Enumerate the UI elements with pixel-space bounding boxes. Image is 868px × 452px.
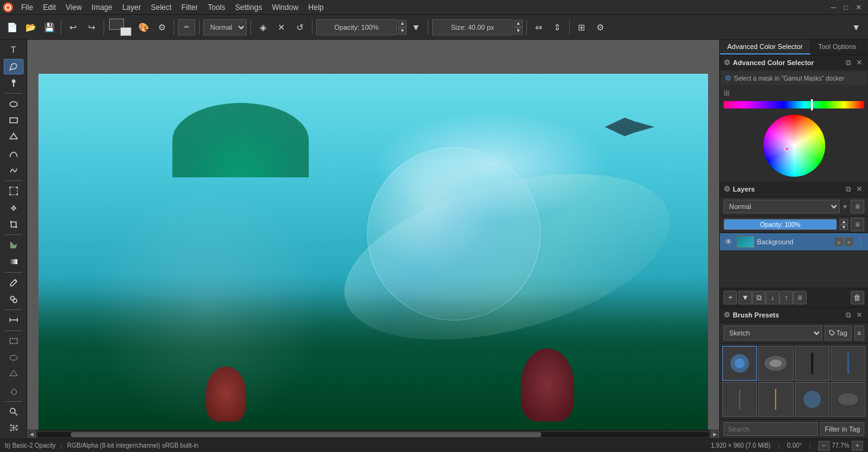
color-settings-btn[interactable]: ⚙ (154, 19, 170, 35)
freehand-path-btn[interactable] (4, 162, 24, 178)
open-file-btn[interactable]: 📂 (22, 19, 38, 35)
add-layer-dropdown-btn[interactable]: ▼ (738, 291, 752, 304)
layers-float-icon[interactable]: ⧉ (843, 184, 853, 194)
artwork-canvas[interactable] (38, 74, 708, 430)
menu-filter[interactable]: Filter (177, 2, 203, 13)
text-tool-btn[interactable]: T (4, 42, 24, 58)
zoom-in-btn[interactable]: + (852, 441, 863, 451)
select-ellipse-btn[interactable] (4, 350, 24, 365)
scroll-right-btn[interactable]: ▶ (711, 430, 719, 439)
menu-image[interactable]: Image (87, 2, 117, 13)
acs-close-icon[interactable]: ✕ (854, 58, 864, 68)
layers-opacity-down-btn[interactable]: ▼ (839, 224, 848, 230)
brush-settings-icon[interactable]: ⚙ (724, 311, 730, 319)
scroll-left-btn[interactable]: ◀ (27, 430, 36, 439)
menu-help[interactable]: Help (303, 2, 329, 13)
transform-tool-btn[interactable] (4, 184, 24, 199)
canvas-area[interactable] (27, 40, 719, 430)
add-layer-btn[interactable]: + (724, 291, 737, 304)
zoom-out-btn[interactable]: − (818, 441, 830, 451)
mirror-horizontal-btn[interactable]: ⇔ (531, 19, 547, 35)
layers-opacity-up-btn[interactable]: ▲ (839, 219, 848, 224)
brush-filter-in-tag-btn[interactable]: Filter in Tag (820, 422, 864, 436)
measure-tool-btn[interactable] (4, 312, 24, 328)
delete-layer-btn[interactable]: 🗑 (851, 291, 864, 304)
new-file-btn[interactable]: 📄 (4, 19, 20, 35)
brush-item-7[interactable] (795, 382, 830, 417)
menu-select[interactable]: Select (146, 2, 176, 13)
horizontal-scrollbar[interactable]: ◀ ▶ (27, 430, 719, 438)
brush-item-4[interactable] (831, 346, 866, 381)
menu-layer[interactable]: Layer (117, 2, 146, 13)
brush-float-icon[interactable]: ⧉ (843, 310, 853, 320)
layers-menu-btn[interactable]: ≡ (851, 218, 864, 231)
rect-tool-btn[interactable] (4, 113, 24, 128)
pan-tool-btn[interactable] (4, 420, 24, 436)
layers-close-icon[interactable]: ✕ (854, 184, 864, 194)
reset-alpha-btn[interactable]: ◈ (255, 19, 271, 35)
layer-properties-btn[interactable]: ≡ (793, 291, 807, 304)
blend-mode-select[interactable]: Normal (203, 19, 247, 35)
brush-item-5[interactable] (722, 382, 757, 417)
save-file-btn[interactable]: 💾 (41, 19, 57, 35)
zoom-tool-btn[interactable] (4, 404, 24, 419)
acs-grid-icon[interactable]: ⊞ (724, 89, 730, 97)
size-up-btn[interactable]: ▲ (514, 20, 523, 27)
window-close-icon[interactable]: ✕ (852, 3, 866, 12)
menu-file[interactable]: File (16, 2, 38, 13)
brush-tool-btn[interactable] (4, 76, 24, 91)
move-layer-up-btn[interactable]: ↑ (779, 291, 793, 304)
canvas-resize-btn[interactable]: ⊞ (574, 19, 590, 35)
fill-tool-btn[interactable] (4, 237, 24, 253)
brush-preset-indicator[interactable]: ✏ (178, 19, 195, 35)
move-tool-btn[interactable]: ✥ (4, 200, 24, 216)
layer-more-icon[interactable]: ⋮ (857, 237, 864, 246)
mirror-vertical-btn[interactable]: ⇕ (549, 19, 565, 35)
tab-advanced-color-selector[interactable]: Advanced Color Selector (720, 40, 811, 55)
menu-window[interactable]: Window (267, 2, 304, 13)
layers-blend-mode-select[interactable]: Normal (724, 200, 839, 213)
acs-float-icon[interactable]: ⧉ (843, 58, 853, 68)
brush-item-1[interactable] (722, 346, 757, 381)
select-poly-btn[interactable] (4, 366, 24, 382)
layer-row-background[interactable]: 👁 Background p a ⋮ (720, 233, 868, 251)
color-history-btn[interactable]: 🎨 (135, 19, 151, 35)
min-docker-btn[interactable]: ▼ (848, 19, 864, 35)
acs-info-icon[interactable]: ⚙ (725, 74, 732, 82)
menu-tools[interactable]: Tools (203, 2, 230, 13)
move-layer-down-btn[interactable]: ↓ (766, 291, 779, 304)
color-picker-btn[interactable] (4, 275, 24, 290)
brush-item-2[interactable] (758, 346, 793, 381)
menu-settings[interactable]: Settings (230, 2, 267, 13)
brush-list-view-btn[interactable]: ≡ (854, 326, 864, 340)
select-freehand-btn[interactable] (4, 383, 24, 399)
menu-edit[interactable]: Edit (38, 2, 61, 13)
brush-close-icon[interactable]: ✕ (854, 310, 864, 320)
brush-item-3[interactable] (795, 346, 830, 381)
size-display[interactable]: Size: 40.00 px (432, 19, 513, 35)
acs-settings-icon[interactable]: ⚙ (724, 58, 730, 67)
brush-category-select[interactable]: Sketch (724, 326, 822, 340)
opacity-menu-btn[interactable]: ▼ (408, 19, 424, 35)
lock-alpha-btn[interactable]: ↺ (292, 19, 308, 35)
redo-btn[interactable]: ↪ (84, 19, 100, 35)
color-wheel[interactable] (763, 115, 825, 177)
hue-gradient-bar[interactable] (724, 101, 864, 109)
brush-item-8[interactable] (831, 382, 866, 417)
ellipse-tool-btn[interactable] (4, 96, 24, 112)
brush-item-6[interactable] (758, 382, 793, 417)
brush-search-input[interactable] (724, 422, 818, 436)
window-maximize-icon[interactable]: □ (840, 3, 852, 12)
tab-tool-options[interactable]: Tool Options (811, 40, 864, 55)
background-color-swatch[interactable] (120, 27, 131, 36)
layer-visibility-toggle[interactable]: 👁 (724, 237, 733, 247)
erase-mode-btn[interactable]: ✕ (273, 19, 290, 35)
opacity-up-btn[interactable]: ▲ (398, 20, 407, 27)
brush-tag-btn[interactable]: Tag (825, 326, 852, 340)
menu-view[interactable]: View (61, 2, 87, 13)
opacity-display[interactable]: Opacity: 100% (316, 19, 397, 35)
undo-btn[interactable]: ↩ (65, 19, 81, 35)
polygon-tool-btn[interactable] (4, 130, 24, 145)
opacity-down-btn[interactable]: ▼ (398, 27, 407, 35)
layers-filter-btn[interactable]: ≡ (851, 200, 864, 213)
